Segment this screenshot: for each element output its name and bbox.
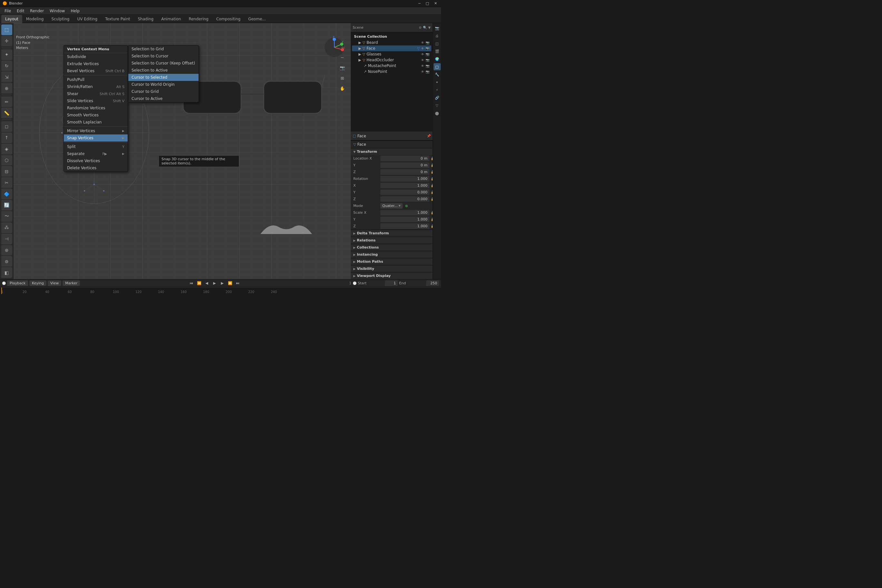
tool-add-cube[interactable]: ◻ xyxy=(1,121,12,132)
marker-menu[interactable]: Marker xyxy=(63,280,80,286)
sc-item-mustachepoint[interactable]: ↗ MustachePoint 👁 📷 xyxy=(352,63,431,69)
jump-start-button[interactable]: ⏮ xyxy=(188,280,195,286)
transform-section[interactable]: Transform xyxy=(351,148,433,155)
tab-uv-editing[interactable]: UV Editing xyxy=(73,15,101,23)
playback-menu[interactable]: Playback xyxy=(7,280,28,286)
relations-section[interactable]: Relations xyxy=(351,237,433,244)
snap-selection-to-active[interactable]: Selection to Active xyxy=(128,67,199,74)
tool-poly-build[interactable]: 🔷 xyxy=(1,189,12,199)
nosepoint-vis-icon[interactable]: 👁 xyxy=(421,70,424,74)
close-button[interactable]: ✕ xyxy=(433,1,438,6)
tool-move[interactable]: ✦ xyxy=(1,50,12,60)
prev-frame-button[interactable]: ◀ xyxy=(204,280,210,286)
menu-help[interactable]: Help xyxy=(68,8,82,14)
tool-push-pull[interactable]: ⊚ xyxy=(1,256,12,267)
beard-vis-icon[interactable]: 👁 xyxy=(421,41,424,45)
menu-smooth-vertices[interactable]: Smooth Vertices xyxy=(64,111,128,118)
menu-window[interactable]: Window xyxy=(47,8,68,14)
next-keyframe-button[interactable]: ⏩ xyxy=(227,280,233,286)
pan-button[interactable]: ✋ xyxy=(338,84,347,93)
menu-shrink-fatten[interactable]: Shrink/Fatten Alt S xyxy=(64,83,128,90)
delta-transform-section[interactable]: Delta Transform xyxy=(351,230,433,237)
tool-scale[interactable]: ⇲ xyxy=(1,72,12,82)
beard-render-icon[interactable]: 📷 xyxy=(426,41,429,45)
menu-dissolve-vertices[interactable]: Dissolve Vertices xyxy=(64,158,128,164)
rotation-x-val[interactable]: 1.000 xyxy=(380,183,429,188)
viewport-display-section[interactable]: Viewport Display xyxy=(351,272,433,279)
tab-shading[interactable]: Shading xyxy=(134,15,158,23)
frame-start-input[interactable]: 1 xyxy=(385,280,398,286)
scale-z-value[interactable]: 1.000 xyxy=(380,224,429,229)
props-modifier-icon-btn[interactable]: 🔧 xyxy=(434,71,441,78)
props-scene-icon-btn[interactable]: 🎬 xyxy=(434,48,441,55)
location-z-value[interactable]: 0 m xyxy=(380,169,429,175)
snap-cursor-to-active[interactable]: Cursor to Active xyxy=(128,95,199,102)
rotation-y-val[interactable]: 0.000 xyxy=(380,189,429,195)
tool-extrude[interactable]: ↑ xyxy=(1,132,12,143)
face-vis-icon[interactable]: 👁 xyxy=(421,47,424,50)
camera-button[interactable]: 📷 xyxy=(338,63,347,72)
tool-loop-cut[interactable]: ⊟ xyxy=(1,166,12,177)
menu-mirror-vertices[interactable]: Mirror Vertices xyxy=(64,128,128,134)
tab-geometry[interactable]: Geome... xyxy=(244,15,270,23)
props-world-icon-btn[interactable]: 🌍 xyxy=(434,56,441,63)
menu-shear[interactable]: Shear Shift Ctrl Alt S xyxy=(64,90,128,98)
location-y-value[interactable]: 0 m xyxy=(380,162,429,168)
tool-spin[interactable]: 🔄 xyxy=(1,200,12,210)
tool-transform[interactable]: ⊕ xyxy=(1,83,12,93)
props-render-icon-btn[interactable]: 📷 xyxy=(434,24,441,32)
visibility-section[interactable]: Visibility xyxy=(351,265,433,272)
nosepoint-render-icon[interactable]: 📷 xyxy=(426,70,429,74)
tool-annotate[interactable]: ✏ xyxy=(1,96,12,107)
sc-item-nosepoint[interactable]: ↗ NosePoint 👁 📷 xyxy=(352,69,431,75)
sc-item-glasses[interactable]: ▶ ▽ Glasses 👁 📷 xyxy=(352,51,431,57)
rotation-z-val[interactable]: 0.000 xyxy=(380,196,429,202)
next-frame-button[interactable]: ▶ xyxy=(219,280,226,286)
frame-end-input[interactable]: 250 xyxy=(426,280,439,286)
collections-section[interactable]: Collections xyxy=(351,244,433,251)
scale-x-value[interactable]: 1.000 xyxy=(380,210,429,215)
headoccluder-vis-icon[interactable]: 👁 xyxy=(421,58,424,62)
scene-search-icon[interactable]: 🔍 xyxy=(423,26,427,29)
menu-bevel-vertices[interactable]: Bevel Vertices Shift Ctrl B xyxy=(64,68,128,75)
tab-animation[interactable]: Animation xyxy=(158,15,185,23)
tab-sculpting[interactable]: Sculpting xyxy=(47,15,73,23)
menu-separate[interactable]: Separate P▶ xyxy=(64,150,128,158)
menu-extrude-vertices[interactable]: Extrude Vertices xyxy=(64,60,128,68)
snap-cursor-to-world-origin[interactable]: Cursor to World Origin xyxy=(128,81,199,88)
current-frame-display[interactable]: 1 xyxy=(349,281,351,285)
sc-item-beard[interactable]: ▶ ▽ Beard 👁 📷 xyxy=(352,40,431,45)
rotation-x-value[interactable]: 1.000 xyxy=(380,176,429,182)
snap-selection-to-cursor[interactable]: Selection to Cursor xyxy=(128,52,199,60)
props-pin-icon[interactable]: 📌 xyxy=(427,134,430,138)
timeline-ruler[interactable]: 1 20 40 60 80 100 120 140 160 180 200 22… xyxy=(0,287,441,294)
rotation-mode-dropdown[interactable]: Quater... xyxy=(380,203,403,208)
tab-rendering[interactable]: Rendering xyxy=(185,15,212,23)
scene-settings-icon[interactable]: ⚙ xyxy=(419,26,422,29)
tool-shear[interactable]: ◧ xyxy=(1,267,12,278)
props-object-icon-btn[interactable]: □ xyxy=(434,63,441,70)
maximize-button[interactable]: □ xyxy=(424,1,430,6)
mustachepoint-vis-icon[interactable]: 👁 xyxy=(421,64,424,68)
tool-select[interactable]: ⬚ xyxy=(1,24,12,35)
menu-split[interactable]: Split Y xyxy=(64,143,128,150)
tool-inset[interactable]: ◈ xyxy=(1,144,12,154)
jump-end-button[interactable]: ⏭ xyxy=(235,280,241,286)
tool-bevel[interactable]: ⬡ xyxy=(1,155,12,166)
snap-selection-to-grid[interactable]: Selection to Grid xyxy=(128,45,199,52)
face-render-icon[interactable]: 📷 xyxy=(426,47,429,50)
menu-render[interactable]: Render xyxy=(27,8,46,14)
headoccluder-render-icon[interactable]: 📷 xyxy=(426,58,429,62)
props-particles-icon-btn[interactable]: ✦ xyxy=(434,79,441,86)
props-data-icon-btn[interactable]: ▽ xyxy=(434,102,441,109)
menu-snap-vertices[interactable]: Snap Vertices xyxy=(64,134,128,141)
menu-subdivide[interactable]: Subdivide xyxy=(64,53,128,60)
props-material-icon-btn[interactable]: ⬤ xyxy=(434,110,441,117)
menu-edit[interactable]: Edit xyxy=(14,8,27,14)
instancing-section[interactable]: Instancing xyxy=(351,251,433,258)
menu-file[interactable]: File xyxy=(2,8,14,14)
location-x-value[interactable]: 0 m xyxy=(380,156,429,161)
menu-smooth-laplacian[interactable]: Smooth Laplacian xyxy=(64,118,128,126)
tool-smooth[interactable]: 〜 xyxy=(1,211,12,222)
tab-texture-paint[interactable]: Texture Paint xyxy=(101,15,134,23)
